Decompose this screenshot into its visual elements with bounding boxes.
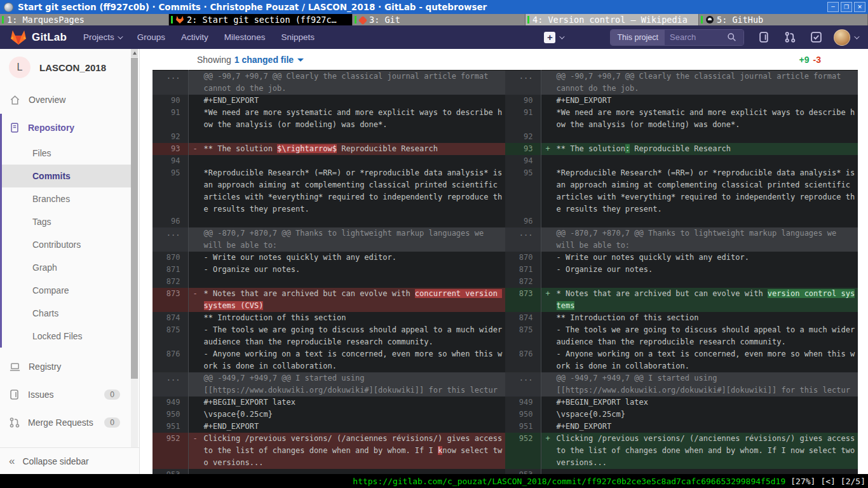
registry-icon [9, 361, 21, 373]
diff-line-number[interactable]: 873 [505, 288, 541, 312]
diff-line-number[interactable]: 951 [153, 421, 188, 433]
diff-code-line: - Write our notes quickly with any edito… [541, 252, 858, 264]
diff-line-number[interactable]: 96 [153, 215, 188, 227]
diff-line-number[interactable]: 871 [153, 264, 188, 276]
diff-line-number[interactable]: ... [153, 372, 188, 396]
new-menu-button[interactable]: + [544, 32, 555, 43]
nav-link-projects[interactable]: Projects [83, 32, 121, 42]
diff-code-line: -* Notes that are archived but can evolv… [188, 288, 505, 312]
diff-line-number[interactable]: 94 [153, 155, 188, 167]
diff-line-number[interactable]: 949 [153, 396, 188, 409]
user-avatar[interactable] [834, 29, 850, 46]
diff-line-number[interactable]: 875 [153, 324, 188, 348]
sidebar-item-commits[interactable]: Commits [2, 165, 131, 187]
browser-tab[interactable]: 5: GitHub [699, 14, 868, 25]
search-input[interactable] [670, 32, 727, 42]
browser-tab[interactable]: 2: Start git section (ff927c… [169, 14, 353, 25]
minimize-button[interactable]: ─ [827, 2, 839, 12]
diff-line-number[interactable]: 953 [153, 469, 188, 474]
diff-line-number[interactable]: 950 [505, 409, 541, 421]
diff-code-line: +** The solution: Reproducible Research [541, 143, 858, 155]
diff-line-number[interactable]: ... [505, 372, 541, 396]
todos-icon[interactable] [810, 31, 822, 43]
sidebar-scrollbar[interactable] [131, 49, 138, 447]
diff-line-number[interactable]: 875 [505, 324, 541, 348]
window-titlebar: Start git section (ff927c0b) · Commits ·… [0, 0, 868, 14]
diff-line-number[interactable]: 876 [505, 348, 541, 372]
chevron-down-icon[interactable] [560, 34, 565, 39]
diff-line-number[interactable]: 96 [505, 215, 541, 227]
diff-row: 876- Anyone working on a text is concern… [153, 348, 858, 372]
diff-line-number[interactable]: 874 [505, 312, 541, 324]
issues-icon[interactable] [758, 31, 770, 43]
diff-line-number[interactable]: 952 [505, 433, 541, 469]
search-icon[interactable] [727, 32, 736, 42]
diff-line-number[interactable]: 871 [505, 264, 541, 276]
diff-code-line: - The tools we are going to discuss shou… [188, 324, 505, 348]
diff-line-number[interactable]: 951 [505, 421, 541, 433]
close-button[interactable]: ✕ [854, 2, 865, 12]
diff-line-number[interactable]: 93 [153, 143, 188, 155]
diff-line-number[interactable]: 90 [153, 95, 188, 107]
diff-line-number[interactable]: 95 [153, 167, 188, 215]
chevron-down-icon[interactable] [854, 34, 859, 39]
maximize-button[interactable]: ❐ [841, 2, 852, 12]
diff-line-number[interactable]: ... [505, 71, 541, 95]
diff-line-number[interactable]: 92 [505, 131, 541, 143]
browser-tab[interactable]: 1: MarquesPages [0, 14, 169, 25]
diff-line-number[interactable]: 872 [153, 276, 188, 288]
sidebar-item-locked-files[interactable]: Locked Files [2, 325, 131, 348]
sidebar-item-charts[interactable]: Charts [2, 302, 131, 325]
collapse-sidebar-button[interactable]: « Collapse sidebar [0, 447, 139, 474]
tab-label: 4: Version control – Wikipedia [532, 15, 688, 25]
nav-link-activity[interactable]: Activity [181, 32, 208, 42]
merge-requests-icon[interactable] [784, 31, 796, 43]
nav-link-milestones[interactable]: Milestones [224, 32, 266, 42]
sidebar-item-files[interactable]: Files [2, 142, 131, 165]
diff-line-number[interactable]: 952 [153, 433, 188, 469]
diff-line-number[interactable]: 92 [153, 131, 188, 143]
changed-files-dropdown[interactable]: 1 changed file [234, 55, 304, 65]
diff-line-number[interactable]: ... [153, 71, 188, 95]
scroll-percentage: [27%] [790, 477, 815, 486]
diff-line-number[interactable]: 876 [153, 348, 188, 372]
gitlab-logo[interactable]: GitLab [10, 30, 67, 45]
project-header[interactable]: L LASCON_2018 [0, 49, 139, 86]
diff-line-number[interactable]: 874 [153, 312, 188, 324]
diff-line-number[interactable]: 953 [505, 469, 541, 474]
nav-link-snippets[interactable]: Snippets [281, 32, 315, 42]
diff-line-number[interactable]: ... [505, 227, 541, 252]
sidebar-item-tags[interactable]: Tags [2, 210, 131, 233]
sidebar-item-issues[interactable]: Issues 0 [0, 381, 139, 409]
browser-tab[interactable]: 3: Git [353, 14, 526, 25]
sidebar-item-repository[interactable]: Repository [2, 114, 139, 142]
diff-line-number[interactable]: 91 [153, 107, 188, 131]
sidebar-item-graph[interactable]: Graph [2, 256, 131, 279]
diff-hunk-row: ...@@ -870,7 +870,7 @@ Thanks to lightwe… [153, 227, 858, 252]
diff-row: 91*We need are more systematic and more … [153, 107, 858, 131]
sidebar-item-branches[interactable]: Branches [2, 187, 131, 210]
diff-line-number[interactable]: 872 [505, 276, 541, 288]
sidebar-item-registry[interactable]: Registry [0, 353, 139, 381]
diff-line-number[interactable]: 873 [153, 288, 188, 312]
diff-line-number[interactable]: 949 [505, 396, 541, 409]
caret-down-icon [297, 58, 304, 62]
sidebar-item-contributors[interactable]: Contributors [2, 233, 131, 256]
scrollbar-up-arrow-icon[interactable] [131, 49, 138, 57]
nav-link-groups[interactable]: Groups [137, 32, 165, 42]
diff-line-number[interactable]: 870 [505, 252, 541, 264]
search-box [665, 30, 743, 45]
diff-line-number[interactable]: 95 [505, 167, 541, 215]
diff-line-number[interactable]: 93 [505, 143, 541, 155]
sidebar-item-merge-requests[interactable]: Merge Requests 0 [0, 409, 139, 437]
browser-tab[interactable]: 4: Version control – Wikipedia [526, 14, 699, 25]
diff-line-number[interactable]: 91 [505, 107, 541, 131]
sidebar-item-compare[interactable]: Compare [2, 279, 131, 302]
sidebar-item-overview[interactable]: Overview [0, 86, 139, 114]
scrollbar-thumb[interactable] [131, 58, 138, 379]
diff-line-number[interactable]: 90 [505, 95, 541, 107]
diff-line-number[interactable]: 94 [505, 155, 541, 167]
diff-line-number[interactable]: ... [153, 227, 188, 252]
diff-line-number[interactable]: 950 [153, 409, 188, 421]
diff-line-number[interactable]: 870 [153, 252, 188, 264]
